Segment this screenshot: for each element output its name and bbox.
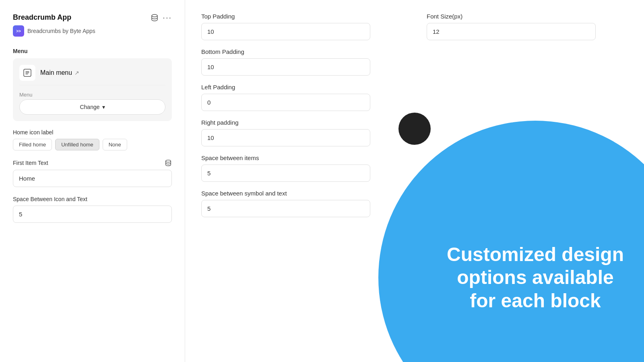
right-padding-label: Right padding: [201, 119, 402, 126]
right-padding-input[interactable]: [201, 129, 370, 146]
app-header: Breadcrumb App ···: [13, 13, 172, 22]
space-symbol-label: Space between symbol and text: [201, 190, 402, 197]
bottom-padding-input[interactable]: [201, 58, 370, 76]
none-btn[interactable]: None: [103, 139, 127, 150]
space-icon-text-label: Space Between Icon and Text: [13, 196, 172, 202]
font-size-label: Font Size(px): [427, 13, 628, 20]
left-panel: Breadcrumb App ··· >> Breadcrumbs by Byt: [0, 0, 185, 362]
left-fields-col: Top Padding Bottom Padding Left Padding …: [201, 13, 402, 217]
database-icon-btn[interactable]: [151, 14, 159, 22]
menu-section-label: Menu: [13, 48, 172, 54]
change-button[interactable]: Change ▾: [19, 99, 165, 115]
menu-item-label: Main menu ↗: [40, 69, 79, 76]
app-title: Breadcrumb App: [13, 13, 71, 22]
chevron-down-icon: ▾: [102, 104, 105, 110]
first-item-text-input[interactable]: [13, 170, 172, 187]
right-panel: Top Padding Bottom Padding Left Padding …: [185, 0, 644, 362]
space-items-input[interactable]: [201, 165, 370, 182]
filled-home-btn[interactable]: Filled home: [13, 139, 52, 150]
space-symbol-input[interactable]: [201, 200, 370, 217]
font-size-input[interactable]: [427, 23, 596, 40]
more-options-btn[interactable]: ···: [163, 13, 172, 22]
database-icon-small: [165, 159, 172, 167]
first-item-text-group: First Item Text: [13, 159, 172, 187]
svg-point-0: [152, 14, 157, 17]
home-icon-toggle-group: Filled home Unfilled home None: [13, 139, 172, 150]
app-subtitle: >> Breadcrumbs by Byte Apps: [13, 25, 172, 37]
overlay-text: Customized design options available for …: [419, 219, 644, 337]
header-icons: ···: [151, 13, 172, 22]
unfilled-home-btn[interactable]: Unfilled home: [55, 139, 99, 150]
menu-item-row: Main menu ↗: [19, 65, 165, 81]
top-padding-label: Top Padding: [201, 13, 402, 20]
left-padding-input[interactable]: [201, 94, 370, 111]
space-items-label: Space between items: [201, 154, 402, 161]
divider: [19, 85, 165, 85]
top-padding-input[interactable]: [201, 23, 370, 40]
menu-sublabel: Menu: [19, 92, 165, 98]
menu-card: Main menu ↗ Menu Change ▾: [13, 58, 172, 121]
ellipsis-icon: ···: [163, 13, 172, 22]
user-avatar: [398, 113, 431, 145]
top-padding-field: Top Padding: [201, 13, 402, 40]
bottom-padding-field: Bottom Padding: [201, 48, 402, 76]
right-padding-field: Right padding: [201, 119, 402, 146]
database-icon: [151, 14, 159, 22]
menu-item-icon: [23, 68, 32, 77]
space-icon-text-input[interactable]: [13, 206, 172, 223]
menu-icon-box: [19, 65, 35, 81]
home-icon-label-group: Home icon label Filled home Unfilled hom…: [13, 129, 172, 150]
space-icon-text-group: Space Between Icon and Text: [13, 196, 172, 223]
app-subtitle-text: Breadcrumbs by Byte Apps: [27, 28, 95, 34]
app-logo: >>: [13, 25, 24, 37]
menu-item-info: Main menu ↗: [40, 69, 79, 76]
first-item-text-label: First Item Text: [13, 159, 172, 167]
external-link-icon: ↗: [74, 70, 79, 76]
bottom-padding-label: Bottom Padding: [201, 48, 402, 55]
space-items-field: Space between items: [201, 154, 402, 182]
font-size-field: Font Size(px): [427, 13, 628, 40]
svg-point-2: [166, 160, 171, 162]
home-icon-label-title: Home icon label: [13, 129, 172, 136]
space-symbol-field: Space between symbol and text: [201, 190, 402, 217]
left-padding-field: Left Padding: [201, 84, 402, 111]
left-padding-label: Left Padding: [201, 84, 402, 90]
